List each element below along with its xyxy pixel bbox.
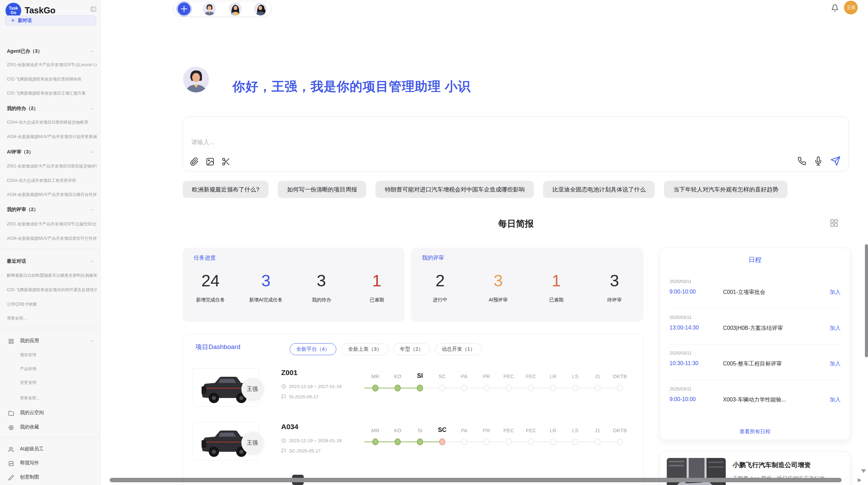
card-title: 任务进度 <box>194 254 216 262</box>
list-item[interactable]: 公司Q3轻卡销量 <box>7 301 97 308</box>
list-item[interactable]: C02-飞腾新能源轻客改款项目的闭环通告反馈情况 <box>7 287 97 293</box>
layout-grid-icon[interactable] <box>830 219 839 229</box>
milestone-track <box>360 382 634 394</box>
divider <box>0 249 100 249</box>
chevron-up-icon[interactable] <box>90 106 95 111</box>
list-item[interactable]: Z001-全新燃油轻卡产品开发项目SI节点属性5D文件评审 <box>7 221 97 227</box>
new-chat-button[interactable]: 新对话 <box>5 15 96 25</box>
project-flag-text: SC-2025-05-17 <box>289 448 321 453</box>
suggestion-chip[interactable]: 特朗普可能对进口汽车增税会对中国车企造成哪些影响 <box>375 181 534 198</box>
section-ai-review[interactable]: AI评审（3） <box>7 149 86 156</box>
suggestion-chip[interactable]: 如何写一份清晰的项目周报 <box>278 181 366 198</box>
sidebar-item-my-apps[interactable]: 我的应用 <box>20 338 88 344</box>
news-title[interactable]: 小鹏飞行汽车制造公司增资 <box>733 461 811 470</box>
section-recent-chats[interactable]: 最近对话 <box>7 258 86 265</box>
project-flag: SC-2025-05-17 <box>281 448 321 453</box>
stat-value: 1 <box>527 268 586 294</box>
milestone-label: OKTB <box>613 373 627 379</box>
chat-input-placeholder: 请输入... <box>191 138 214 146</box>
chevron-up-icon[interactable] <box>90 259 95 264</box>
add-session-button[interactable] <box>178 2 191 15</box>
view-all-chats[interactable]: 查看全部... <box>7 315 97 322</box>
view-all-apps[interactable]: 查看全部... <box>20 395 110 401</box>
sidebar-item-ai-employee[interactable]: AI超级员工 <box>20 446 88 452</box>
grid-icon <box>8 338 14 344</box>
dashboard-filters: 全新平台（4） 全新上装（3） 年型（2） 动总开发（1） <box>290 343 482 355</box>
attach-icon[interactable] <box>190 157 199 166</box>
project-name[interactable]: A034 <box>281 423 298 431</box>
list-item[interactable]: A034-全新新能源MUV产品开发项目计划变更表编写 <box>7 134 97 140</box>
filter-pill[interactable]: 全新平台（4） <box>290 343 336 355</box>
suggestion-chip[interactable]: 比亚迪全固态电池计划具体说了什么 <box>543 181 655 198</box>
milestone-label: KO <box>394 427 401 433</box>
user-name: 王强 <box>846 4 855 11</box>
sidebar-item-change-mgmt[interactable]: 变更管理 <box>20 380 110 386</box>
list-item[interactable]: C02-飞腾新能源轻客改款项目立项汇报方案 <box>7 90 97 97</box>
sidebar-item-product-mgmt[interactable]: 产品管理 <box>20 366 110 372</box>
send-icon[interactable] <box>830 156 841 166</box>
event-name: X003-车辆动力学性能验... <box>723 396 798 403</box>
scroll-right-arrow[interactable] <box>858 478 861 482</box>
sidebar-item-favorites[interactable]: 我的收藏 <box>20 424 88 430</box>
section-my-review[interactable]: 我的评审（2） <box>7 207 86 213</box>
screenshot-scissors-icon[interactable] <box>221 157 230 166</box>
stat-label: 已逾期 <box>349 297 405 303</box>
chevron-up-icon[interactable] <box>90 207 95 212</box>
image-upload-icon[interactable] <box>206 157 215 166</box>
owner-name: 王强 <box>247 439 258 447</box>
sidebar: Task Go TaskGo 新对话 Agent已办（3） Z001-全新燃油皮… <box>0 0 100 485</box>
milestone-label: LR <box>550 427 556 433</box>
suggestion-chip[interactable]: 当下年轻人对汽车外观有怎样的喜好趋势 <box>664 181 787 198</box>
collapse-sidebar-icon[interactable] <box>90 6 97 14</box>
list-item[interactable]: 解释最新出台的欧盟报废车法规再生塑料比例被调至15%... <box>7 273 97 279</box>
avatar[interactable] <box>254 2 267 15</box>
stat-label: 已逾期 <box>527 297 586 303</box>
section-agent-done[interactable]: Agent已办（3） <box>7 48 86 55</box>
notifications-bell-icon[interactable] <box>831 4 839 14</box>
sidebar-item-cloud-space[interactable]: 我的云空间 <box>20 410 88 416</box>
sidebar-item-help-write[interactable]: 帮我写作 <box>20 460 88 466</box>
stat-label: 我的待办 <box>294 297 349 303</box>
section-my-todo[interactable]: 我的待办（2） <box>7 105 86 112</box>
list-item[interactable]: A034-全新新能源MUV产品开发项目造型可行性评审 <box>7 236 97 242</box>
chevron-up-icon[interactable] <box>90 49 95 54</box>
list-item[interactable]: C0X4-动力总成开发项目工程变更评审 <box>7 178 97 184</box>
milestone-label: PEC <box>504 427 514 433</box>
list-item[interactable]: C02-飞腾新能源轻客改款项目里程碑画布 <box>7 76 97 83</box>
view-all-schedule-link[interactable]: 查看所有日程 <box>660 428 850 435</box>
list-item[interactable]: Z001-全新燃油轻卡产品开发项目SI造型提交物评审 <box>7 163 97 170</box>
event-name: C001-立项审批会 <box>723 289 798 296</box>
list-item[interactable]: Z001-全新燃油皮卡产品开发项目SI节点Lesson Learn报告 <box>7 62 97 68</box>
list-item[interactable]: A034-全新新能源MUV产品开发项目法规符合性评审 <box>7 192 97 198</box>
new-chat-label: 新对话 <box>18 17 32 24</box>
horizontal-scrollbar-thumb[interactable] <box>110 478 842 482</box>
scroll-down-arrow[interactable] <box>861 469 866 473</box>
sidebar-item-creative-draw[interactable]: 创意制图 <box>20 474 88 480</box>
avatar[interactable] <box>229 2 242 15</box>
project-name[interactable]: Z001 <box>281 369 298 377</box>
filter-pill[interactable]: 动总开发（1） <box>435 343 482 355</box>
milestone-label: OKTB <box>613 427 627 433</box>
filter-pill[interactable]: 年型（2） <box>394 343 430 355</box>
microphone-icon[interactable] <box>814 157 823 165</box>
chevron-up-icon[interactable] <box>90 338 95 343</box>
vertical-scrollbar-thumb[interactable] <box>865 244 868 357</box>
list-item[interactable]: C0X4-动力总成开发项目SI里程碑提交物检查 <box>7 120 97 126</box>
chevron-up-icon[interactable] <box>90 150 95 154</box>
avatar[interactable] <box>203 2 216 15</box>
chat-input-box[interactable]: 请输入... <box>183 116 849 172</box>
join-meeting-link[interactable]: 加入 <box>830 396 841 403</box>
project-dashboard-card <box>183 334 643 485</box>
event-name: C003|H0B-方案冻结评审 <box>723 325 798 332</box>
user-avatar[interactable]: 王强 <box>844 1 858 14</box>
suggestion-chip[interactable]: 欧洲新规最近颁布了什么? <box>183 181 268 198</box>
filter-pill[interactable]: 全新上装（3） <box>341 343 388 355</box>
milestone-label: J1 <box>595 427 600 433</box>
join-meeting-link[interactable]: 加入 <box>830 360 841 368</box>
voice-call-icon[interactable] <box>797 157 806 165</box>
sidebar-item-project-mgmt[interactable]: 项目管理 <box>20 352 110 358</box>
suggestion-chips: 欧洲新规最近颁布了什么? 如何写一份清晰的项目周报 特朗普可能对进口汽车增税会对… <box>183 181 787 198</box>
join-meeting-link[interactable]: 加入 <box>830 289 841 296</box>
project-owner-badge: 王强 <box>241 432 263 454</box>
join-meeting-link[interactable]: 加入 <box>830 325 841 332</box>
